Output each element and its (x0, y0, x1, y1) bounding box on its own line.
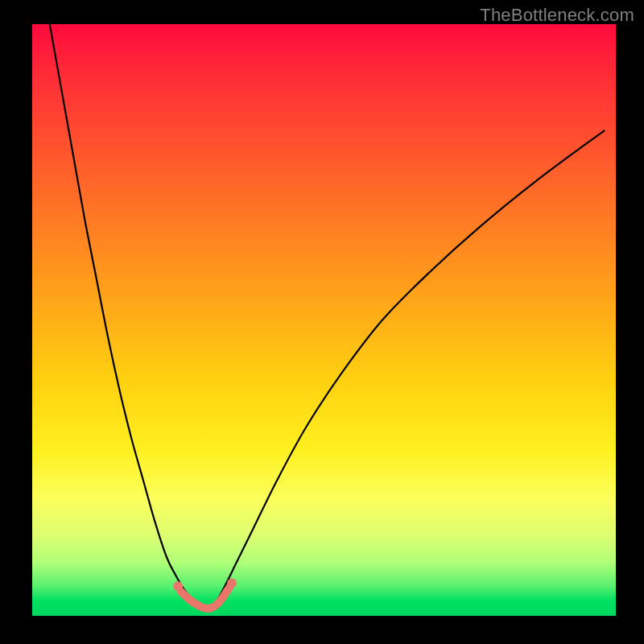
watermark-text: TheBottleneck.com (480, 5, 634, 26)
curve-right-branch (209, 130, 605, 609)
chart-container: TheBottleneck.com (0, 0, 644, 644)
plot-area (32, 24, 616, 616)
red-dot-right (227, 579, 237, 588)
curve-left-branch (50, 24, 209, 610)
red-dot-left (173, 581, 183, 591)
chart-svg (32, 24, 616, 616)
